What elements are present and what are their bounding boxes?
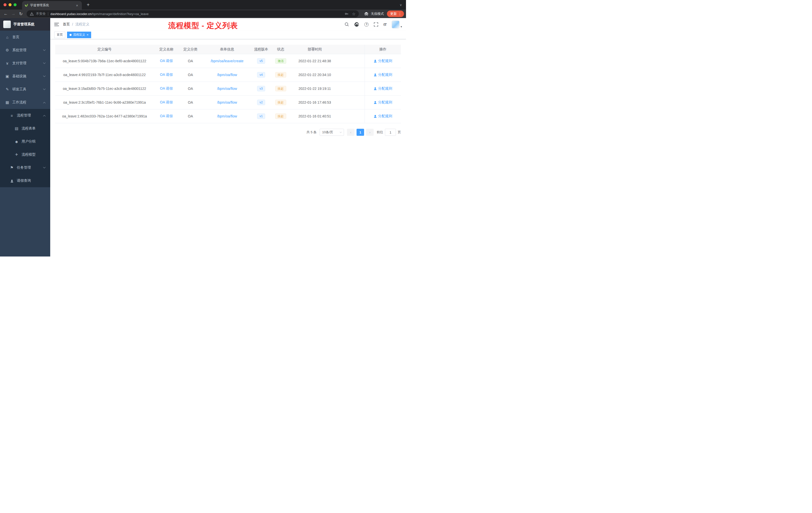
sidebar-item-dev-tools[interactable]: ✎ 研发工具 [0,83,50,96]
col-definition-id: 定义编号 [55,47,154,52]
definition-name-link[interactable]: OA 请假 [160,114,173,118]
cell-definition-id: oa_leave:4:991f2193-7b7f-11ec-a3c8-acde4… [55,73,154,77]
browser-tab-strip: 芋道管理系统 × + ∨ [0,0,406,9]
password-key-icon[interactable] [345,12,349,16]
sidebar-item-label: 任务管理 [17,165,31,170]
cell-category: OA [179,59,202,63]
cell-category: OA [179,114,202,118]
tab-close-icon[interactable]: × [75,3,79,7]
zoom-window-button[interactable] [13,3,17,6]
chevron-down-icon [43,74,46,77]
close-window-button[interactable] [3,3,6,6]
sidebar-item-process-management[interactable]: ≡ 流程管理 [0,109,50,122]
page-number-button[interactable]: 1 [356,129,364,136]
chevron-down-icon [43,87,46,90]
sidebar-logo: 芋道管理系统 [0,18,50,31]
sidebar-item-label: 流程模型 [22,152,36,157]
goto-prefix: 前往 [377,130,383,134]
chevron-down-icon [43,165,46,168]
forward-icon[interactable]: → [9,11,17,16]
sidebar-item-task-management[interactable]: ⚑ 任务管理 [0,161,50,174]
status-badge: 激活 [275,58,286,64]
minimize-window-button[interactable] [8,3,11,6]
tag-close-icon[interactable]: × [87,33,89,36]
workflow-icon: ▦ [5,100,9,105]
breadcrumb-separator: / [72,22,73,26]
back-icon[interactable]: ← [2,11,9,16]
help-icon[interactable]: ? [364,22,369,27]
chevron-down-icon [340,131,342,133]
col-process-version: 流程版本 [252,47,270,52]
definition-name-link[interactable]: OA 请假 [160,72,173,77]
sidebar-item-workflow[interactable]: ▦ 工作流程 [0,96,50,109]
sidebar-item-home[interactable]: ⌂ 首页 [0,31,50,44]
tab-title: 芋道管理系统 [30,3,73,7]
github-icon[interactable] [354,22,359,27]
status-badge: 挂起 [275,86,286,91]
sidebar-collapse-icon[interactable] [54,23,59,26]
tag-home[interactable]: 首页 [54,32,65,38]
active-dot [69,34,71,36]
update-label: 更新 [390,11,397,16]
sidebar-item-process-form[interactable]: ▤ 流程表单 [0,122,50,135]
new-tab-button[interactable]: + [84,2,92,8]
sidebar-item-label: 研发工具 [12,87,26,92]
tab-search-icon[interactable]: ∨ [400,3,402,7]
search-icon[interactable] [345,22,349,27]
person-icon [374,59,377,63]
browser-tab[interactable]: 芋道管理系统 × [22,1,82,9]
page-size-select[interactable]: 10条/页 [320,129,344,136]
form-info-link[interactable]: /bpm/oa/flow [217,100,237,104]
assign-rule-link[interactable]: 分配规则 [374,86,392,91]
font-size-icon[interactable]: tT [383,22,386,27]
avatar[interactable] [392,21,400,28]
user-menu[interactable]: ▾ [392,21,402,28]
tag-label: 流程定义 [73,33,85,37]
bookmark-star-icon[interactable]: ☆ [352,11,355,16]
address-bar[interactable]: 不安全 dashboard.yudao.iocoder.cn/bpm/manag… [27,10,359,17]
gear-icon: ⚙ [5,48,9,53]
form-info-link[interactable]: /bpm/oa/flow [217,73,237,77]
col-definition-category: 定义分类 [179,47,202,52]
reload-icon[interactable]: ↻ [17,11,25,17]
cell-deploy-time: 2022-01-22 21:48:38 [291,59,338,63]
cell-definition-id: oa_leave:5:004b710b-7b8a-11ec-8ef0-acde4… [55,59,154,63]
form-info-link[interactable]: /bpm/oa/leave/create [211,59,243,63]
breadcrumb-home[interactable]: 首页 [63,22,70,27]
form-info-link[interactable]: /bpm/oa/flow [217,114,237,118]
url-text[interactable]: dashboard.yudao.iocoder.cn/bpm/manager/d… [51,12,342,16]
fullscreen-icon[interactable] [374,22,378,27]
cell-definition-id: oa_leave:3:1fad3d93-7b75-11ec-a3c8-acde4… [55,87,154,91]
sidebar-item-system-management[interactable]: ⚙ 系统管理 [0,44,50,57]
goto-suffix: 页 [398,130,401,134]
definition-name-link[interactable]: OA 请假 [160,86,173,90]
assign-rule-link[interactable]: 分配规则 [374,100,392,105]
cell-category: OA [179,73,202,77]
sidebar-item-payment-management[interactable]: ¥ 支付管理 [0,57,50,70]
url-path: /bpm/manager/definition?key=oa_leave [91,12,148,16]
form-info-link[interactable]: /bpm/oa/flow [217,87,237,91]
prev-page-button[interactable]: ‹ [347,129,354,136]
infrastructure-icon: ▣ [5,74,9,79]
definition-name-link[interactable]: OA 请假 [160,100,173,104]
update-browser-button[interactable]: 更新 ⋮ [387,10,404,17]
next-page-button[interactable]: › [366,129,374,136]
version-badge: v4 [257,72,265,78]
sidebar-item-user-group[interactable]: ☻ 用户分组 [0,135,50,148]
sidebar-item-infrastructure[interactable]: ▣ 基础设施 [0,70,50,83]
assign-rule-link[interactable]: 分配规则 [374,59,392,63]
security-label[interactable]: 不安全 [36,11,46,16]
browser-menu-icon[interactable]: ⋮ [398,12,402,16]
tag-process-definition[interactable]: 流程定义 × [67,32,91,38]
paper-plane-icon: ✈ [14,152,19,157]
sidebar-item-label: 基础设施 [12,74,26,79]
definition-name-link[interactable]: OA 请假 [160,59,173,63]
sidebar-item-process-model[interactable]: ✈ 流程模型 [0,148,50,161]
assign-rule-link[interactable]: 分配规则 [374,114,392,118]
version-badge: v1 [257,114,265,119]
version-badge: v2 [257,100,265,105]
sidebar-item-leave-query[interactable]: 请假查询 [0,174,50,187]
goto-page-input[interactable] [385,129,396,136]
cell-definition-id: oa_leave:2:3c1f0ef1-76b1-11ec-9c66-a2380… [55,100,154,104]
assign-rule-link[interactable]: 分配规则 [374,72,392,77]
